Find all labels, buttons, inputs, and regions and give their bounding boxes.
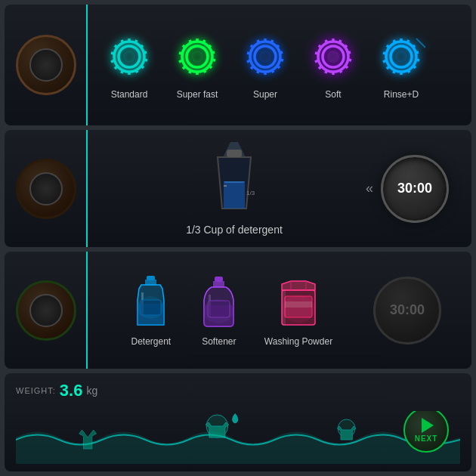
mode-label-rinsed: Rinse+D [384, 89, 419, 100]
svg-line-14 [115, 45, 117, 48]
svg-line-83 [394, 40, 395, 43]
svg-line-4 [141, 45, 143, 48]
cup-content: 1/3 1/3 Cup of detergent [88, 142, 366, 236]
timer-circle-2: 30:00 [373, 277, 441, 345]
mode-standard[interactable]: Standard [95, 30, 163, 100]
svg-line-31 [183, 45, 185, 48]
svg-line-41 [277, 66, 280, 68]
svg-line-75 [413, 66, 416, 68]
svg-line-39 [280, 52, 283, 53]
svg-line-54 [339, 40, 341, 43]
svg-line-46 [247, 60, 250, 62]
cup-illustration: 1/3 [204, 142, 264, 218]
svg-point-16 [123, 51, 135, 63]
svg-rect-92 [215, 277, 223, 282]
svg-line-38 [277, 45, 279, 48]
svg-line-58 [345, 66, 348, 68]
detergent-bottle-icon [128, 274, 174, 330]
svg-point-33 [191, 51, 203, 63]
svg-line-66 [326, 40, 327, 43]
type-washing-powder[interactable]: Washing Powder [264, 274, 332, 347]
type-label-washing-powder: Washing Powder [264, 336, 332, 347]
svg-line-48 [251, 45, 253, 48]
svg-line-13 [111, 53, 114, 54]
svg-line-55 [345, 45, 347, 48]
wave-animation [16, 411, 460, 464]
mode-super[interactable]: Super [231, 30, 299, 100]
svg-line-29 [179, 60, 182, 62]
svg-line-49 [258, 40, 259, 43]
back-arrows[interactable]: « [366, 181, 373, 196]
drum-display-2 [5, 130, 88, 247]
svg-line-76 [408, 70, 410, 73]
svg-line-44 [258, 70, 258, 73]
svg-point-67 [327, 51, 339, 63]
svg-line-22 [212, 52, 215, 53]
timer-section-1: « 30:00 [366, 155, 471, 223]
play-icon [422, 418, 434, 433]
bottom-panel: WEIGHT: 3.6 kg [5, 373, 471, 471]
drum-icon-3 [16, 280, 76, 341]
svg-line-59 [340, 70, 342, 73]
svg-line-7 [141, 66, 144, 68]
svg-line-79 [387, 66, 389, 69]
svg-rect-89 [147, 276, 155, 280]
svg-line-72 [413, 45, 415, 48]
mode-label-standard: Standard [111, 89, 148, 100]
type-softener[interactable]: Softener [196, 274, 242, 347]
svg-line-45 [251, 66, 253, 69]
type-detergent[interactable]: Detergent [128, 274, 174, 347]
svg-point-84 [395, 51, 407, 63]
svg-line-57 [348, 60, 351, 60]
svg-line-3 [135, 40, 137, 43]
mode-label-soft: Soft [325, 89, 341, 100]
svg-line-65 [319, 45, 321, 48]
type-label-detergent: Detergent [131, 336, 172, 347]
svg-line-24 [209, 66, 212, 68]
drum-display-1 [5, 5, 88, 125]
drum-display-3 [5, 252, 88, 369]
timer-value-2: 30:00 [390, 302, 425, 318]
detergent-amount-panel: 1/3 1/3 Cup of detergent « 30:00 [5, 130, 471, 247]
svg-line-63 [315, 60, 318, 62]
svg-line-82 [387, 45, 389, 48]
timer-section-2: 30:00 [373, 277, 471, 345]
mode-soft[interactable]: Soft [299, 30, 367, 100]
svg-line-78 [394, 70, 394, 73]
svg-line-81 [383, 53, 386, 54]
svg-line-64 [315, 53, 318, 54]
mode-label-super: Super [253, 89, 277, 100]
svg-line-20 [203, 40, 205, 43]
weight-info: WEIGHT: 3.6 kg [16, 381, 460, 400]
svg-line-25 [204, 70, 206, 73]
mode-label-superfast: Super fast [177, 89, 218, 100]
svg-point-94 [203, 299, 233, 323]
washing-powder-icon [276, 274, 321, 330]
weight-unit: kg [86, 385, 97, 397]
mode-icon-standard [103, 30, 156, 83]
svg-line-62 [319, 66, 321, 69]
detergent-types-panel: Detergent Softener [5, 252, 471, 369]
svg-line-8 [136, 70, 138, 73]
svg-line-28 [183, 66, 185, 69]
svg-line-6 [144, 60, 147, 60]
svg-line-40 [280, 60, 283, 60]
svg-line-61 [326, 70, 326, 73]
types-list: Detergent Softener [88, 274, 373, 347]
drum-icon-1 [16, 35, 76, 95]
wash-modes-panel: Standard [5, 5, 471, 125]
svg-text:1/3: 1/3 [246, 190, 255, 196]
svg-line-73 [416, 52, 419, 53]
svg-line-42 [272, 70, 274, 73]
mode-superfast[interactable]: Super fast [163, 30, 231, 100]
weight-value: 3.6 [60, 381, 83, 400]
modes-list: Standard [88, 30, 471, 100]
svg-line-80 [383, 60, 386, 62]
svg-line-37 [271, 40, 273, 43]
svg-line-23 [212, 60, 215, 60]
svg-point-50 [259, 51, 271, 63]
mode-rinsed[interactable]: Rinse+D [367, 30, 435, 100]
timer-circle-1[interactable]: 30:00 [381, 155, 449, 223]
mode-icon-soft [307, 30, 360, 83]
next-label: NEXT [415, 434, 438, 443]
